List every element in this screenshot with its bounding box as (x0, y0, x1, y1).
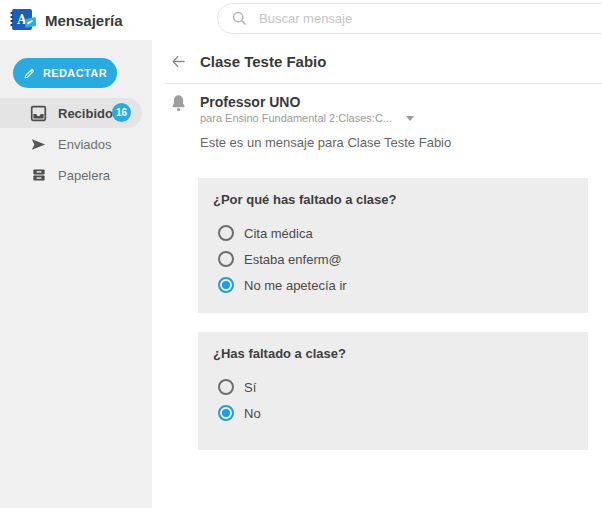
sidebar-item-recibidos[interactable]: Recibidos 16 (0, 98, 142, 128)
top-bar: A Mensajería (0, 0, 602, 40)
compose-label: REDACTAR (43, 67, 107, 79)
search-icon (231, 10, 248, 27)
poll-card: ¿Has faltado a clase? Sí No (198, 332, 588, 450)
recipients-text: para Ensino Fundamental 2:Clases:C... (200, 112, 392, 124)
sidebar-item-label: Recibidos (58, 106, 120, 121)
poll-option[interactable]: Cita médica (218, 220, 573, 246)
send-icon (30, 136, 47, 153)
poll-question: ¿Has faltado a clase? (213, 346, 573, 361)
thread-title: Clase Teste Fabio (200, 53, 326, 70)
poll-options: Cita médica Estaba enferm@ No me apetecí… (218, 220, 573, 298)
unread-badge: 16 (112, 103, 131, 122)
recipients-dropdown[interactable]: para Ensino Fundamental 2:Clases:C... (200, 112, 414, 124)
compose-button[interactable]: REDACTAR (13, 58, 117, 88)
logo-accent (25, 17, 36, 28)
radio-button[interactable] (218, 379, 234, 395)
sidebar-item-enviados[interactable]: Enviados (0, 129, 142, 159)
app-title: Mensajería (45, 0, 123, 40)
search-input[interactable] (259, 11, 559, 26)
radio-button[interactable] (218, 251, 234, 267)
pencil-icon (23, 67, 36, 80)
sidebar-item-label: Papelera (58, 168, 110, 183)
radio-button[interactable] (218, 277, 234, 293)
radio-button[interactable] (218, 405, 234, 421)
poll-option[interactable]: No (218, 400, 573, 426)
inbox-icon (30, 105, 47, 122)
poll-options: Sí No (218, 374, 573, 426)
app-logo-icon: A (10, 8, 36, 32)
poll-option[interactable]: No me apetecía ir (218, 272, 573, 298)
chevron-down-icon (406, 116, 414, 121)
radio-button[interactable] (218, 225, 234, 241)
message-view: Clase Teste Fabio Professor UNO para Ens… (152, 40, 602, 508)
poll-option[interactable]: Sí (218, 374, 573, 400)
search-bar[interactable] (217, 3, 602, 34)
back-button[interactable] (168, 51, 188, 71)
poll-option[interactable]: Estaba enferm@ (218, 246, 573, 272)
sidebar-nav: Recibidos 16 Enviados P (0, 98, 152, 191)
message-body: Este es un mensaje para Clase Teste Fabi… (200, 135, 451, 150)
poll-card: ¿Por qué has faltado a clase? Cita médic… (198, 178, 588, 313)
sidebar: REDACTAR Recibidos 16 Enviados (0, 40, 152, 508)
divider (165, 83, 602, 84)
bell-icon (170, 93, 187, 114)
archive-icon (30, 167, 47, 184)
sender-name: Professor UNO (200, 94, 300, 110)
sidebar-item-label: Enviados (58, 137, 111, 152)
sidebar-item-papelera[interactable]: Papelera (0, 160, 142, 190)
poll-question: ¿Por qué has faltado a clase? (213, 192, 573, 207)
